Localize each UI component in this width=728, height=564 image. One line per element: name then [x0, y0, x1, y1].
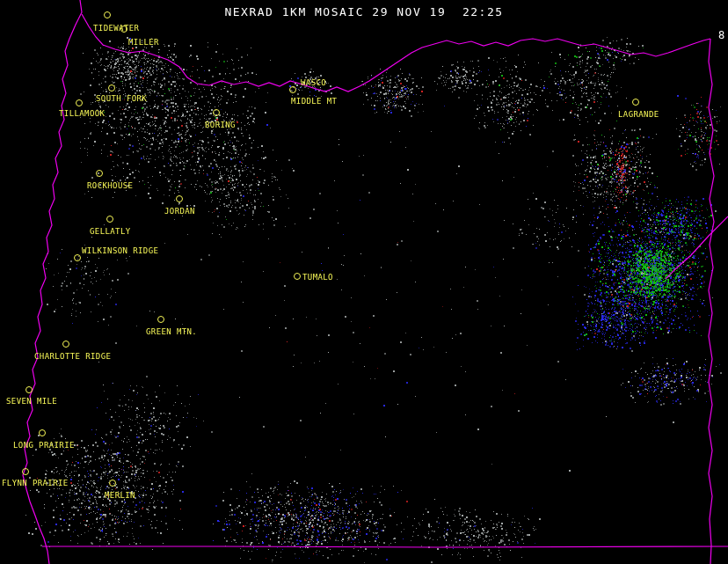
station-label-merlin: MERLIN — [105, 491, 135, 500]
station-marker-green-mtn — [157, 316, 164, 323]
station-label-lagrande: LAGRANDE — [618, 110, 659, 119]
station-label-long-prairie: LONG PRAIRIE — [13, 441, 75, 450]
station-layer: TIDEWATERMILLERSOUTH FORKTILLAMOOKWASCOM… — [0, 0, 728, 564]
station-marker-miller — [120, 26, 127, 33]
station-label-rockhouse: ROCKHOUSE — [87, 181, 133, 190]
station-marker-long-prairie — [39, 429, 46, 436]
station-marker-lagrande — [632, 99, 639, 106]
station-marker-south-fork — [108, 84, 115, 92]
station-label-flynn-prairie: FLYNN PRAIRIE — [2, 479, 69, 487]
station-label-tillamook: TILLAMOOK — [59, 109, 105, 118]
station-label-charlotte-ridge: CHARLOTTE RIDGE — [34, 352, 111, 361]
station-label-gellatly: GELLATLY — [90, 227, 131, 236]
station-marker-flynn-prairie — [22, 468, 29, 475]
station-label-wasco: WASCO — [301, 78, 326, 87]
station-label-tidewater: TIDEWATER — [93, 24, 139, 33]
station-marker-gellatly — [106, 216, 113, 223]
station-label-middle-mt: MIDDLE MT — [291, 97, 337, 106]
station-marker-charlotte-ridge — [62, 341, 69, 348]
station-label-jordan: JORDAN — [164, 207, 195, 216]
mosaic-title: NEXRAD 1KM MOSAIC 29 NOV 19 22:25 — [0, 5, 728, 18]
station-marker-wilkinson-ridge — [74, 254, 81, 261]
station-marker-seven-mile — [25, 386, 33, 393]
station-marker-jordan — [176, 195, 183, 202]
station-label-south-fork: SOUTH FORK — [96, 94, 147, 103]
station-marker-tumalo — [294, 273, 301, 280]
station-marker-rockhouse — [96, 170, 103, 177]
station-label-boring: BORING — [205, 121, 236, 129]
station-label-tumalo: TUMALO — [302, 273, 333, 282]
station-marker-wasco — [289, 86, 296, 93]
station-label-green-mtn: GREEN MTN. — [146, 327, 197, 336]
edge-range-label: 8 — [718, 29, 724, 41]
station-marker-tillamook — [76, 99, 83, 106]
nexrad-mosaic-screen: TIDEWATERMILLERSOUTH FORKTILLAMOOKWASCOM… — [0, 0, 728, 564]
station-label-wilkinson-ridge: WILKINSON RIDGE — [82, 246, 158, 255]
station-marker-boring — [213, 109, 220, 116]
station-label-seven-mile: SEVEN MILE — [6, 397, 57, 406]
station-label-miller: MILLER — [128, 38, 159, 47]
station-marker-merlin — [109, 480, 116, 487]
